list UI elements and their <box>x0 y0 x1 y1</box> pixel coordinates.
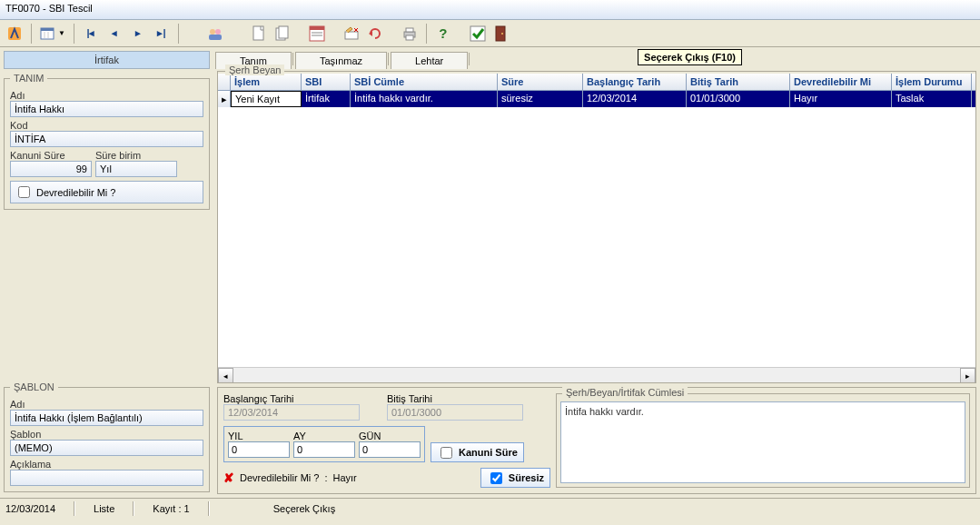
doc-new-icon[interactable] <box>248 23 270 45</box>
horizontal-scrollbar[interactable]: ◂ ▸ <box>218 367 975 382</box>
s-adi-field[interactable]: İntifa Hakkı (İşlem Bağlantılı) <box>10 410 203 426</box>
kanuni-sure-check[interactable] <box>441 447 452 459</box>
detail-left: Başlangıç Tarihi 12/03/2014 Bitiş Tarihi… <box>223 393 550 488</box>
svg-rect-20 <box>406 28 413 32</box>
devredilebilir-label: Devredilebilir Mi ? <box>36 187 115 198</box>
svg-rect-23 <box>496 26 505 41</box>
nav-last-icon[interactable]: ▸| <box>151 23 173 45</box>
users-icon[interactable] <box>204 23 226 45</box>
titlebar: TF0070 - SBI Tescil <box>0 0 980 20</box>
kanuni-field[interactable]: 99 <box>10 161 92 177</box>
ay-label: AY <box>293 431 355 441</box>
svg-rect-12 <box>310 26 324 30</box>
adi-label: Adı <box>10 90 203 101</box>
yil-input[interactable] <box>228 441 290 458</box>
window-title: TF0070 - SBI Tescil <box>5 3 93 14</box>
kod-field[interactable]: İNTİFA <box>10 131 203 147</box>
sablon-field[interactable]: (MEMO) <box>10 440 203 456</box>
row-indicator-icon: ▸ <box>218 91 231 107</box>
exit-icon[interactable] <box>490 23 512 45</box>
svg-rect-22 <box>470 26 485 41</box>
nav-prev-icon[interactable]: ◂ <box>104 23 125 45</box>
bas-tarih-label: Başlangıç Tarihi <box>223 393 360 404</box>
col-bas[interactable]: Başlangıç Tarih <box>583 74 687 90</box>
col-islem[interactable]: İşlem <box>231 74 302 90</box>
sablon-label: Şablon <box>10 429 203 440</box>
tab-tasinmaz[interactable]: Taşınmaz <box>295 52 387 69</box>
svg-rect-10 <box>279 26 288 38</box>
svg-point-6 <box>215 29 221 35</box>
suresiz-check[interactable] <box>490 472 502 484</box>
tanim-legend: TANIM <box>10 73 47 84</box>
devredilebilir-checkbox[interactable]: Devredilebilir Mi ? <box>10 181 203 203</box>
separator <box>388 53 389 65</box>
left-panel: İrtifak TANIM Adı İntifa Hakkı Kod İNTİF… <box>0 47 213 498</box>
clear-icon[interactable] <box>341 23 362 45</box>
table-row[interactable]: ▸ Yeni Kayıt İrtifak İntifa hakkı vardır… <box>218 91 975 107</box>
scroll-left-icon[interactable]: ◂ <box>218 368 233 382</box>
aciklama-field[interactable] <box>10 470 203 486</box>
separator <box>292 53 293 65</box>
doc-copy-icon[interactable] <box>272 23 293 45</box>
col-sbi[interactable]: SBI <box>302 74 351 90</box>
separator <box>133 501 134 516</box>
devredilebilir-row: ✘ Devredilebilir Mi ? : Hayır <box>223 471 357 485</box>
right-panel: Tanım Taşınmaz Lehtar Seçerek Çıkış (F10… <box>213 47 980 498</box>
calendar-dropdown[interactable]: ▼ <box>37 25 68 43</box>
kod-label: Kod <box>10 120 203 131</box>
nav-next-icon[interactable]: ▸ <box>127 23 149 45</box>
yil-label: YIL <box>228 431 290 441</box>
col-sure[interactable]: Süre <box>498 74 583 90</box>
x-icon: ✘ <box>223 471 234 485</box>
cumle-textarea[interactable]: İntifa hakkı vardır. <box>560 401 965 483</box>
cell-bas: 12/03/2014 <box>583 91 687 107</box>
col-dev[interactable]: Devredilebilir Mi <box>790 74 892 90</box>
cell-bit: 01/01/3000 <box>687 91 790 107</box>
suresiz-button[interactable]: Süresiz <box>480 468 550 488</box>
svg-rect-21 <box>406 35 413 40</box>
status-kayit: Kayıt : 1 <box>153 503 189 514</box>
sure-birim-field[interactable]: Yıl <box>95 161 177 177</box>
form-icon[interactable] <box>306 23 328 45</box>
dev-value: Hayır <box>332 472 356 483</box>
col-cumle[interactable]: SBİ Cümle <box>351 74 498 90</box>
aciklama-label: Açıklama <box>10 459 203 470</box>
tabs: Tanım Taşınmaz Lehtar Seçerek Çıkış (F10… <box>215 49 978 69</box>
adi-field[interactable]: İntifa Hakkı <box>10 101 203 117</box>
tab-lehtar[interactable]: Lehtar <box>391 52 468 69</box>
svg-rect-8 <box>253 26 263 40</box>
separator <box>74 24 74 44</box>
cumle-label: Şerh/Beyan/İrtifak Cümlesi <box>562 387 688 398</box>
sablon-fieldset: ŞABLON Adı İntifa Hakkı (İşlem Bağlantıl… <box>4 381 210 492</box>
scroll-right-icon[interactable]: ▸ <box>960 368 975 382</box>
app-icon[interactable] <box>4 23 25 45</box>
col-dur[interactable]: İşlem Durumu <box>892 74 972 90</box>
confirm-icon[interactable] <box>467 23 489 45</box>
help-icon[interactable]: ? <box>432 23 454 45</box>
separator <box>208 501 210 516</box>
separator <box>74 501 75 516</box>
gun-input[interactable] <box>359 441 421 458</box>
kanuni-label: Kanuni Süre <box>10 150 92 161</box>
sure-birim-label: Süre birim <box>95 150 177 161</box>
kanuni-sure-button[interactable]: Kanuni Süre <box>431 442 524 462</box>
devredilebilir-check-input[interactable] <box>18 186 30 198</box>
nav-first-icon[interactable]: |◂ <box>80 23 102 45</box>
print-icon[interactable] <box>399 23 421 45</box>
detail-right: Şerh/Beyan/İrtifak Cümlesi İntifa hakkı … <box>556 393 970 488</box>
col-bit[interactable]: Bitiş Tarih <box>687 74 790 90</box>
s-adi-label: Adı <box>10 399 203 410</box>
cell-islem[interactable]: Yeni Kayıt <box>231 91 302 107</box>
grid-legend: Şerh Beyan <box>225 64 284 75</box>
grid-header: İşlem SBI SBİ Cümle Süre Başlangıç Tarih… <box>218 74 975 91</box>
ymd-box: YIL AY GÜN <box>223 426 425 462</box>
ay-input[interactable] <box>293 441 355 458</box>
separator <box>178 24 179 44</box>
detail-panel: Başlangıç Tarihi 12/03/2014 Bitiş Tarihi… <box>217 387 976 494</box>
refresh-icon[interactable] <box>364 23 386 45</box>
statusbar: 12/03/2014 Liste Kayıt : 1 Seçerek Çıkış <box>0 498 980 518</box>
bit-tarih-field: 01/01/3000 <box>387 404 523 421</box>
separator <box>469 53 470 65</box>
svg-rect-7 <box>209 35 222 40</box>
grid-body[interactable]: ▸ Yeni Kayıt İrtifak İntifa hakkı vardır… <box>218 91 975 367</box>
